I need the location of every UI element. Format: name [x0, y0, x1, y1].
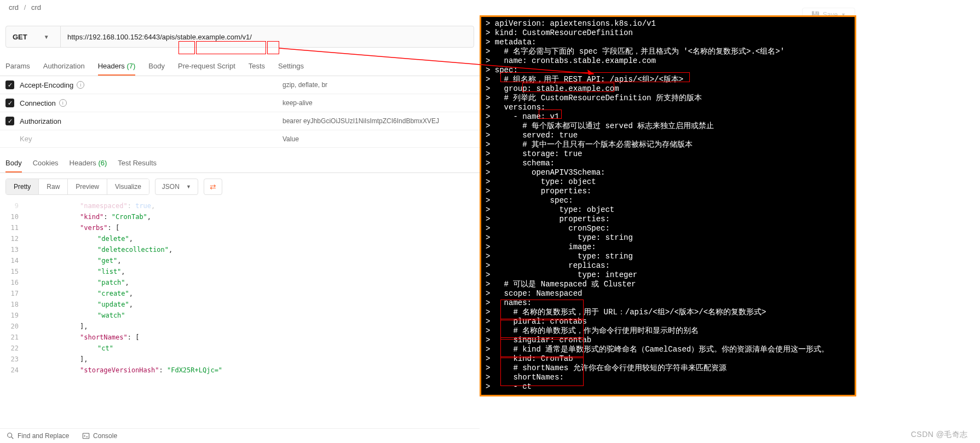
terminal-line: > spec: — [486, 66, 850, 75]
svg-point-0 — [8, 433, 12, 438]
terminal-line: > # 名称的单数形式，作为命令行使用时和显示时的别名 — [486, 326, 850, 336]
terminal-line: > type: object — [486, 177, 850, 187]
chevron-down-icon: ▼ — [186, 184, 191, 189]
terminal-line: > shortNames: — [486, 373, 850, 382]
line-gutter: 9101112131415161718192021222324 — [0, 200, 27, 376]
info-icon: i — [59, 99, 67, 107]
view-raw-button[interactable]: Raw — [39, 179, 68, 194]
header-value[interactable]: bearer eyJhbGciOiJSUzI1NiIsImtpZCI6IndBb… — [283, 117, 474, 125]
terminal-line: > # 列举此 CustomResourceDefinition 所支持的版本 — [486, 94, 850, 103]
terminal-line: > image: — [486, 243, 850, 252]
terminal-pane[interactable]: > apiVersion: apiextensions.k8s.io/v1> k… — [480, 15, 856, 396]
terminal-line: > type: string — [486, 233, 850, 243]
terminal-line: > name: crontabs.stable.example.com — [486, 56, 850, 66]
response-tab-headers[interactable]: Headers (6) — [70, 154, 107, 172]
terminal-line: > type: integer — [486, 271, 850, 280]
view-mode-group: Pretty Raw Preview Visualize — [5, 179, 149, 195]
response-tab-body[interactable]: Body — [5, 154, 22, 172]
request-tabs: Params Authorization Headers (7) Body Pr… — [0, 57, 480, 76]
terminal-line: > # 每个版本都可以通过 served 标志来独立启用或禁止 — [486, 122, 850, 131]
wrap-lines-button[interactable]: ⇄ — [204, 179, 222, 195]
header-key[interactable]: Accept-Encoding i — [20, 81, 283, 89]
format-select[interactable]: JSON ▼ — [155, 179, 198, 195]
response-code-view[interactable]: 9101112131415161718192021222324 "namespa… — [0, 200, 480, 376]
header-value[interactable]: keep-alive — [283, 99, 474, 107]
response-tabs: Body Cookies Headers (6) Test Results — [0, 154, 480, 173]
method-select[interactable]: GET ▼ — [6, 26, 61, 47]
info-icon: i — [77, 81, 84, 89]
terminal-line: > replicas: — [486, 261, 850, 271]
header-key[interactable]: Connection i — [20, 99, 283, 107]
breadcrumb-seg-1[interactable]: crd — [9, 3, 19, 11]
terminal-line: > spec: — [486, 196, 850, 205]
svg-rect-2 — [83, 433, 89, 439]
terminal-line: > versions: — [486, 103, 850, 112]
header-checkbox[interactable]: ✓ — [5, 99, 20, 107]
terminal-line: > # 其中一个且只有一个版本必需被标记为存储版本 — [486, 140, 850, 149]
terminal-line: > properties: — [486, 215, 850, 224]
header-value[interactable]: gzip, deflate, br — [283, 81, 474, 89]
tab-body[interactable]: Body — [148, 57, 165, 76]
header-row[interactable]: ✓ Authorization bearer eyJhbGciOiJSUzI1N… — [0, 112, 480, 130]
terminal-line: > # 可以是 Namespaced 或 Cluster — [486, 280, 850, 289]
url-input[interactable]: https://192.168.100.152:6443/apis/stable… — [61, 26, 474, 47]
postman-pane: crd / crd GET ▼ https://192.168.100.152:… — [0, 0, 480, 443]
terminal-line: > openAPIV3Schema: — [486, 168, 850, 177]
header-row-placeholder[interactable]: Key Value — [0, 130, 480, 148]
url-version: v1/ — [243, 33, 252, 41]
terminal-line: > kind: CronTab — [486, 354, 850, 364]
terminal-line: > # shortNames 允许你在命令行使用较短的字符串来匹配资源 — [486, 364, 850, 373]
url-apis: apis — [162, 33, 175, 41]
header-row[interactable]: ✓ Connection i keep-alive — [0, 94, 480, 112]
tab-settings[interactable]: Settings — [278, 57, 304, 76]
tab-authorization[interactable]: Authorization — [43, 57, 85, 76]
header-row[interactable]: ✓ Accept-Encoding i gzip, deflate, br — [0, 76, 480, 94]
search-icon — [7, 432, 14, 440]
terminal-line: > singular: crontab — [486, 336, 850, 345]
svg-line-1 — [11, 437, 14, 439]
tab-headers[interactable]: Headers (7) — [98, 57, 136, 76]
header-key-placeholder[interactable]: Key — [20, 135, 283, 143]
find-replace-button[interactable]: Find and Replace — [7, 432, 69, 440]
headers-table: ✓ Accept-Encoding i gzip, deflate, br ✓ … — [0, 76, 480, 148]
terminal-line: > type: string — [486, 252, 850, 261]
view-preview-button[interactable]: Preview — [68, 179, 107, 194]
header-checkbox[interactable]: ✓ — [5, 80, 20, 89]
console-button[interactable]: Console — [82, 432, 117, 440]
header-checkbox[interactable]: ✓ — [5, 117, 20, 125]
terminal-line: > plural: crontabs — [486, 317, 850, 326]
response-tab-cookies[interactable]: Cookies — [33, 154, 59, 172]
breadcrumb[interactable]: crd / crd — [0, 0, 480, 15]
terminal-line: > storage: true — [486, 149, 850, 159]
terminal-line: > apiVersion: apiextensions.k8s.io/v1 — [486, 19, 850, 28]
watermark: CSDN @毛奇志 — [911, 430, 968, 440]
terminal-line: > properties: — [486, 187, 850, 196]
chevron-down-icon: ▼ — [44, 34, 49, 40]
terminal-line: > - ct — [486, 382, 850, 392]
view-visualize-button[interactable]: Visualize — [107, 179, 149, 194]
method-label: GET — [13, 33, 27, 41]
header-value-placeholder[interactable]: Value — [283, 135, 474, 143]
terminal-line: > # kind 通常是单数形式的驼峰命名（CamelCased）形式。你的资源… — [486, 345, 850, 354]
view-controls: Pretty Raw Preview Visualize JSON ▼ ⇄ — [0, 173, 480, 200]
terminal-line: > kind: CustomResourceDefinition — [486, 28, 850, 38]
terminal-line: > scope: Namespaced — [486, 289, 850, 298]
terminal-line: > # 名字必需与下面的 spec 字段匹配，并且格式为 '<名称的复数形式>.… — [486, 47, 850, 56]
view-pretty-button[interactable]: Pretty — [6, 179, 39, 194]
code-lines[interactable]: "namespaced": true,"kind": "CronTab","ve… — [27, 200, 480, 376]
tab-params[interactable]: Params — [5, 57, 30, 76]
header-key[interactable]: Authorization — [20, 117, 283, 125]
console-icon — [82, 432, 90, 440]
terminal-line: > # 组名称，用于 REST API: /apis/<组>/<版本> — [486, 75, 850, 84]
breadcrumb-seg-2[interactable]: crd — [31, 3, 41, 11]
terminal-line: > type: object — [486, 205, 850, 215]
wrap-icon: ⇄ — [210, 182, 216, 191]
terminal-line: > served: true — [486, 131, 850, 140]
request-bar: GET ▼ https://192.168.100.152:6443/apis/… — [5, 26, 474, 48]
terminal-line: > cronSpec: — [486, 224, 850, 233]
breadcrumb-sep: / — [24, 3, 26, 11]
response-tab-results[interactable]: Test Results — [118, 154, 157, 172]
tab-tests[interactable]: Tests — [249, 57, 265, 76]
terminal-line: > names: — [486, 298, 850, 308]
tab-prerequest[interactable]: Pre-request Script — [178, 57, 235, 76]
